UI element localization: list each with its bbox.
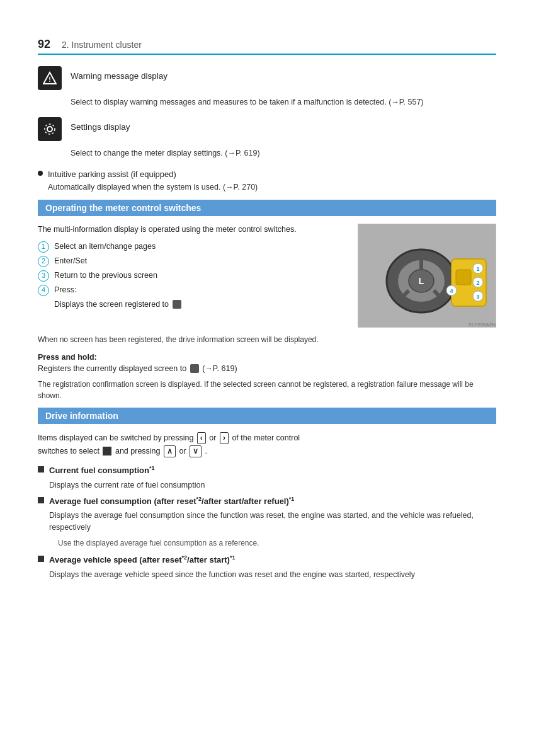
svg-point-2: [47, 127, 52, 132]
avg-fuel-item: Average fuel consumption (after reset*2/…: [38, 495, 496, 508]
numbered-item-2: 2 Enter/Set: [38, 255, 348, 267]
operating-intro: The multi-information display is operate…: [38, 224, 348, 236]
numbered-item-4: 4 Press:: [38, 284, 348, 296]
drive-section-header: Drive information: [38, 408, 496, 424]
registered-screen-icon: [173, 300, 181, 309]
operating-right: L 1 2 3 4: [358, 224, 496, 328]
svg-text:SLY208A2N: SLY208A2N: [469, 322, 496, 328]
drive-title: Drive information: [45, 411, 118, 421]
svg-rect-19: [456, 270, 471, 285]
num-2: 2: [38, 256, 49, 267]
registration-note: The registration confirmation screen is …: [38, 379, 496, 401]
warning-icon-row: ! Warning message display: [38, 66, 496, 90]
bold-square-2: [38, 497, 44, 503]
settings-icon-row: Settings display: [38, 117, 496, 141]
num-3: 3: [38, 270, 49, 282]
warning-icon: !: [38, 66, 62, 90]
select-icon: [103, 447, 111, 455]
page-number: 92: [38, 38, 50, 51]
warning-label: Warning message display: [71, 66, 168, 81]
svg-text:2: 2: [476, 280, 479, 286]
avg-fuel-label: Average fuel consumption (after reset*2/…: [49, 495, 294, 508]
numbered-item-3: 3 Return to the previous screen: [38, 270, 348, 282]
num-4: 4: [38, 285, 49, 296]
num-2-text: Enter/Set: [54, 255, 87, 267]
fuel-consumption-item: Current fuel consumption*1: [38, 464, 496, 477]
operating-section-header: Operating the meter control switches: [38, 200, 496, 216]
chapter-title: 2. Instrument cluster: [62, 40, 142, 50]
num-1: 1: [38, 241, 49, 253]
bullet-parking-label: Intuitive parking assist (if equipped): [48, 168, 176, 181]
press-hold-title: Press and hold:: [38, 353, 496, 362]
press-desc: Displays the screen registered to: [54, 299, 348, 311]
svg-text:4: 4: [450, 288, 453, 294]
bullet-parking: Intuitive parking assist (if equipped): [38, 168, 496, 181]
up-arrow-icon: ∧: [164, 445, 176, 457]
right-arrow-icon: ›: [220, 432, 229, 444]
svg-text:L: L: [419, 276, 424, 286]
num-4-text: Press:: [54, 284, 76, 296]
avg-speed-item: Average vehicle speed (after reset*2/aft…: [38, 554, 496, 566]
press-hold-icon: [190, 364, 199, 373]
operating-title: Operating the meter control switches: [45, 203, 201, 213]
bullet-dot: [38, 171, 43, 176]
avg-speed-desc: Displays the average vehicle speed since…: [49, 569, 496, 581]
bullet-parking-sub: Automatically displayed when the system …: [48, 181, 496, 193]
avg-fuel-note: Use the displayed average fuel consumpti…: [58, 537, 496, 549]
num-1-text: Select an item/change pages: [54, 241, 156, 253]
svg-text:!: !: [48, 76, 51, 83]
warning-desc: Select to display warning messages and m…: [71, 96, 496, 108]
switch-line: Items displayed can be switched by press…: [38, 432, 496, 459]
steering-wheel-image: L 1 2 3 4: [358, 224, 496, 328]
down-arrow-icon: ∨: [190, 445, 202, 457]
left-arrow-icon: ‹: [197, 432, 206, 444]
fuel-consumption-desc: Displays the current rate of fuel consum…: [49, 479, 496, 491]
settings-label: Settings display: [71, 117, 130, 132]
num-3-text: Return to the previous screen: [54, 270, 157, 282]
note-no-screen: When no screen has been registered, the …: [38, 334, 496, 345]
page-header: 92 2. Instrument cluster: [38, 38, 496, 55]
operating-left: The multi-information display is operate…: [38, 224, 348, 328]
svg-text:3: 3: [476, 294, 479, 300]
numbered-item-1: 1 Select an item/change pages: [38, 241, 348, 253]
press-hold-block: Press and hold: Registers the currently …: [38, 353, 496, 401]
bold-square-1: [38, 466, 44, 472]
avg-fuel-desc: Displays the average fuel consumption si…: [49, 510, 496, 534]
settings-icon: [38, 117, 62, 141]
settings-desc: Select to change the meter display setti…: [71, 147, 496, 159]
svg-text:1: 1: [476, 266, 479, 272]
svg-point-3: [45, 124, 55, 134]
press-hold-desc: Registers the currently displayed screen…: [38, 363, 496, 375]
avg-speed-label: Average vehicle speed (after reset*2/aft…: [49, 554, 235, 566]
operating-content: The multi-information display is operate…: [38, 224, 496, 328]
bold-square-3: [38, 556, 44, 562]
fuel-consumption-label: Current fuel consumption*1: [49, 464, 154, 477]
